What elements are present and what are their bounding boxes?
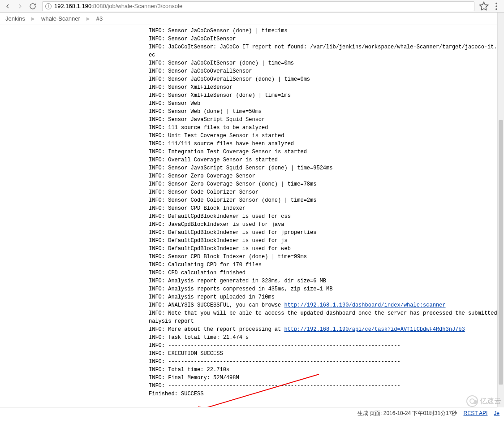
sonar-task-link[interactable]: http://192.168.1.190/api/ce/task?id=AVf1…: [284, 326, 465, 333]
watermark-text: 亿速云: [480, 397, 501, 406]
jenkins-link[interactable]: Je: [494, 410, 500, 416]
reload-button[interactable]: [28, 1, 38, 11]
breadcrumb-job[interactable]: whale-Scanner: [41, 15, 80, 22]
breadcrumb: Jenkins ▶ whale-Scanner ▶ #3: [0, 13, 504, 25]
content-area: INFO: Sensor JaCoCoSensor (done) | time=…: [0, 25, 504, 407]
svg-point-2: [495, 8, 497, 10]
scrollbar[interactable]: [497, 13, 504, 407]
svg-point-0: [495, 2, 497, 4]
browser-toolbar: i 192.168.1.190:8080/job/whale-Scanner/3…: [0, 0, 504, 13]
watermark-icon: [466, 395, 478, 407]
rest-api-link[interactable]: REST API: [464, 410, 488, 416]
breadcrumb-build[interactable]: #3: [96, 15, 103, 22]
site-info-icon[interactable]: i: [45, 3, 52, 9]
footer: 生成 页面: 2016-10-24 下午01时31分17秒 REST API J…: [0, 407, 504, 419]
chevron-right-icon: ▶: [86, 16, 90, 21]
url-host: 192.168.1.190: [54, 3, 91, 9]
svg-point-1: [495, 5, 497, 7]
chevron-right-icon: ▶: [31, 16, 35, 21]
back-button[interactable]: [3, 1, 13, 11]
browser-menu-icon[interactable]: [491, 1, 501, 11]
scrollbar-thumb[interactable]: [499, 120, 503, 385]
bookmark-star-icon[interactable]: [479, 1, 489, 11]
sonar-dashboard-link[interactable]: http://192.168.1.190/dashboard/index/wha…: [284, 302, 445, 308]
breadcrumb-jenkins[interactable]: Jenkins: [5, 15, 25, 22]
console-output: INFO: Sensor JaCoCoSensor (done) | time=…: [0, 25, 504, 407]
forward-button[interactable]: [15, 1, 25, 11]
page-generated-label: 生成 页面: 2016-10-24 下午01时31分17秒: [358, 410, 457, 417]
address-bar[interactable]: i 192.168.1.190:8080/job/whale-Scanner/3…: [42, 1, 474, 11]
watermark: 亿速云: [466, 395, 501, 407]
url-path: :8080/job/whale-Scanner/3/console: [91, 3, 182, 9]
